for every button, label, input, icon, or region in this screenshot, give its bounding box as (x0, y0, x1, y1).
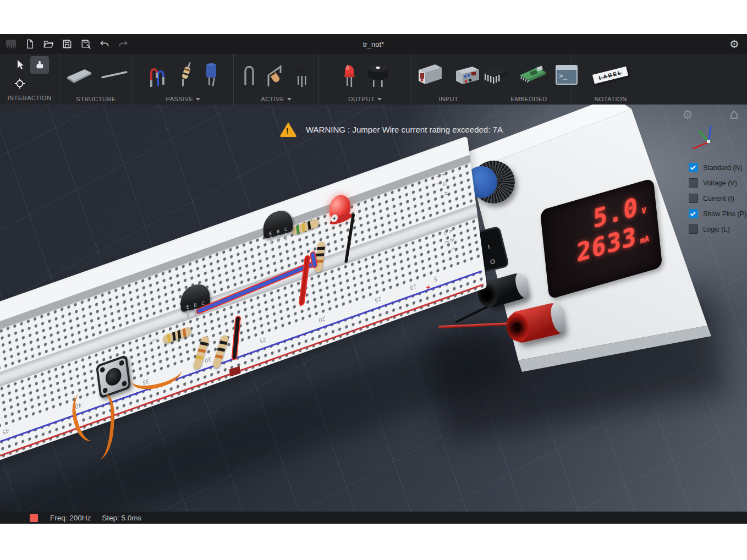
resistor-band (217, 348, 226, 352)
checkbox-current[interactable]: Current (I) (689, 194, 734, 203)
jumper-wires-icon[interactable] (147, 62, 169, 88)
transistor-pin-label: E (269, 231, 272, 237)
power-supply-icon[interactable] (416, 62, 445, 87)
statusbar: Freq: 200Hz Step: 5.0ms (0, 512, 747, 524)
board-plus-mark: + (424, 284, 433, 290)
led-icon[interactable] (340, 61, 358, 89)
transistor-icon[interactable] (293, 61, 311, 89)
dropdown-arrow-icon (377, 98, 382, 101)
group-label-active[interactable]: ACTIVE (261, 94, 292, 105)
resistor-band (195, 355, 204, 360)
capacitor-icon[interactable] (203, 61, 219, 89)
board-row-number: 45 (2, 427, 9, 436)
resistor-band (172, 332, 176, 341)
new-file-icon[interactable] (23, 37, 36, 51)
diode-icon[interactable] (265, 61, 285, 89)
viewport-3d-canvas[interactable]: I O 5.0 V 2633 mA (0, 105, 747, 512)
transistor-leg (187, 310, 189, 318)
group-input: INPUT (411, 54, 486, 105)
ribbon-spacer (649, 54, 747, 105)
psu-voltage-unit: V (641, 205, 646, 216)
micro-board-icon[interactable] (517, 63, 548, 86)
checkbox-box[interactable] (689, 224, 698, 234)
wire-loop-icon[interactable] (241, 61, 257, 89)
orbit-tool-icon[interactable] (10, 75, 29, 92)
group-label-interaction: INTERACTION (7, 92, 51, 103)
label-sticker-icon[interactable]: LABEL (592, 66, 629, 84)
resistor-band (167, 333, 171, 343)
open-file-icon[interactable] (42, 37, 55, 51)
status-step: Step: 5.0ms (102, 514, 141, 522)
undo-icon[interactable] (98, 37, 111, 51)
checkbox-label: Standard (N) (703, 164, 743, 172)
rod-icon[interactable] (100, 66, 129, 84)
app-window: tr_not* ⚙ INTERACTION (0, 34, 747, 524)
hand-tool-icon[interactable] (30, 56, 49, 74)
transistor-pin-label: E (186, 304, 189, 310)
checkbox-box[interactable] (689, 178, 698, 188)
resistor-band (301, 223, 305, 232)
home-view-icon[interactable]: ⌂ (729, 106, 739, 122)
dip-chip-icon[interactable] (481, 63, 509, 87)
simulation-status-indicator (30, 514, 38, 522)
group-passive: PASSIVE (133, 54, 234, 105)
interaction-tools (10, 54, 49, 92)
group-notation: LABEL NOTATION (572, 54, 649, 105)
psu-current-unit: mA (640, 234, 649, 245)
warning-icon: ! (279, 122, 297, 137)
dropdown-arrow-icon (196, 98, 200, 101)
group-label-output[interactable]: OUTPUT (348, 94, 382, 105)
group-embedded: >_ EMBEDDED (486, 54, 572, 105)
cursor-tool-icon[interactable] (10, 56, 29, 74)
checkbox-label: Show Pins (P) (703, 210, 746, 218)
board-row-number: 30 (204, 355, 211, 364)
axis-gizmo[interactable] (691, 119, 726, 150)
checkbox-logic[interactable]: Logic (L) (689, 224, 730, 234)
resistor-band (316, 253, 325, 256)
psu-switch-off-label: O (490, 258, 496, 265)
dropdown-arrow-icon (287, 98, 292, 101)
checkbox-box[interactable] (689, 209, 698, 218)
checkbox-standard[interactable]: Standard (N) (689, 163, 743, 172)
menubar-icons (0, 37, 130, 51)
transistor-pin-label: B (194, 303, 197, 309)
group-label-input: INPUT (439, 94, 459, 105)
bench-supply-icon[interactable] (453, 62, 481, 87)
board-row-number: 10 (410, 283, 417, 291)
resistor-band (215, 354, 223, 359)
save-icon[interactable] (61, 37, 74, 51)
breadboard-icon[interactable] (64, 65, 92, 85)
checkbox-label: Current (I) (703, 195, 734, 202)
buzzer-icon[interactable] (366, 61, 390, 89)
check-icon (690, 164, 696, 170)
group-active: ACTIVE (234, 54, 319, 105)
axis-origin (707, 140, 710, 143)
board-row-number: 25 (259, 336, 266, 344)
group-label-embedded: EMBEDDED (510, 94, 547, 105)
resistor-band (317, 247, 325, 250)
group-label-notation: NOTATION (594, 94, 627, 105)
menubar: tr_not* ⚙ (0, 34, 747, 54)
component-ribbon: INTERACTION STRUCTURE (0, 54, 747, 105)
resistor-band (219, 341, 227, 345)
warning-banner: ! WARNING : Jumper Wire current rating e… (279, 122, 503, 137)
resistor-band (197, 348, 206, 353)
checkbox-label: Voltage (V) (703, 179, 737, 187)
page-bottom-margin (0, 524, 747, 560)
checkbox-show-pins[interactable]: Show Pins (P) (689, 209, 746, 218)
checkbox-voltage[interactable]: Voltage (V) (689, 178, 737, 188)
resistor-band (296, 225, 300, 234)
group-output: OUTPUT (319, 54, 411, 105)
checkbox-box[interactable] (689, 194, 698, 203)
label-sticker-text: LABEL (598, 69, 623, 80)
resistor-icon[interactable] (177, 61, 195, 89)
redo-icon[interactable] (117, 37, 130, 51)
settings-gear-icon[interactable]: ⚙ (727, 37, 741, 51)
app-logo-icon (4, 37, 18, 51)
checkbox-box[interactable] (689, 163, 698, 172)
psu-switch-on-label: I (487, 244, 491, 250)
resistor-band (200, 342, 208, 346)
save-as-icon[interactable] (79, 37, 92, 51)
transistor-pin-label: B (277, 229, 280, 235)
group-label-passive[interactable]: PASSIVE (166, 94, 201, 105)
